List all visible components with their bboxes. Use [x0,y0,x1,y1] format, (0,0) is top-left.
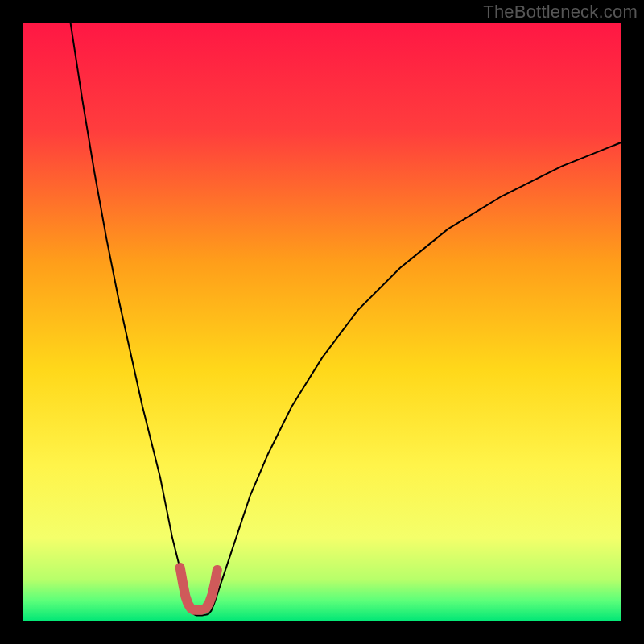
bottleneck-chart [23,23,621,621]
gradient-background [23,23,621,621]
chart-frame [23,23,621,621]
watermark-text: TheBottleneck.com [483,2,638,23]
